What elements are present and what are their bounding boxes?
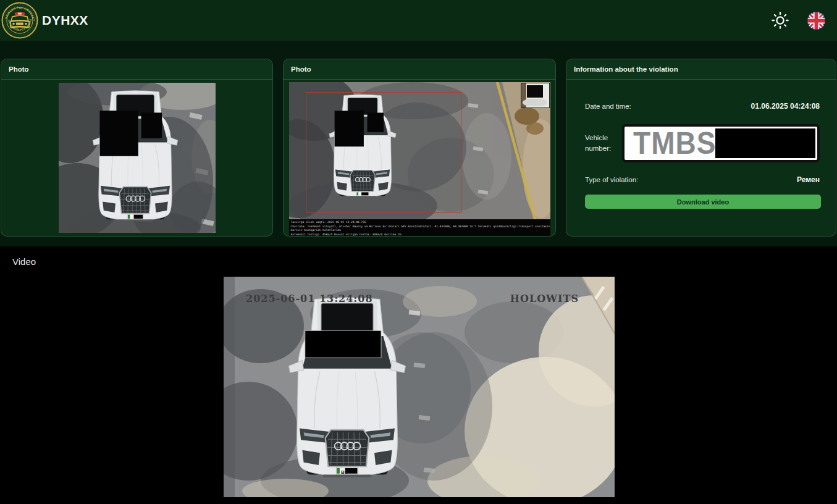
video-section: Video bbox=[0, 246, 837, 504]
app-title: DYHXX bbox=[42, 13, 88, 28]
plate-redaction-box bbox=[715, 128, 815, 158]
plate-prefix-text: TMBS bbox=[633, 125, 716, 161]
agency-logo[interactable]: DÖWLET ÝOL HEREKETI HOWPSUZLYGY KOMITETI bbox=[1, 2, 38, 39]
theme-toggle-button[interactable] bbox=[768, 8, 793, 33]
uk-flag-icon bbox=[807, 11, 826, 30]
photo-closeup-scene bbox=[59, 83, 216, 233]
app-header: DÖWLET ÝOL HEREKETI HOWPSUZLYGY KOMITETI bbox=[0, 0, 837, 41]
video-section-title: Video bbox=[12, 256, 36, 267]
language-switcher[interactable] bbox=[804, 8, 828, 33]
page-top-area: DÖWLET ÝOL HEREKETI HOWPSUZLYGY KOMITETI bbox=[0, 0, 837, 246]
vehicle-number-label: Vehicle number: bbox=[585, 133, 622, 153]
cards-row: Photo bbox=[0, 41, 837, 237]
photo-panel-left: Photo bbox=[1, 59, 273, 237]
detection-bounding-box bbox=[306, 92, 461, 213]
violation-type-label: Type of violation: bbox=[585, 176, 638, 183]
agency-logo-emblem: DÖWLET ÝOL HEREKETI HOWPSUZLYGY KOMITETI bbox=[1, 2, 38, 39]
video-timestamp-overlay: 2025-06-01 13:24:08 bbox=[246, 293, 373, 304]
sun-icon bbox=[770, 10, 790, 30]
date-time-label: Date and time: bbox=[585, 103, 631, 110]
violation-info-panel: Information about the violation Date and… bbox=[566, 59, 836, 237]
plate-crop-thumbnail bbox=[521, 83, 550, 108]
video-player[interactable]: BS 2025-06-01 13:24:08 HOLOWITS bbox=[224, 277, 615, 497]
video-plate-letters: BS bbox=[341, 469, 348, 475]
caption-line: Avtomobil tezligi: 45km/h Ruxsat etilgan… bbox=[291, 233, 549, 237]
photo-caption-overlay: Tasvirga olish vaqti: 2025-06-01 13:24:0… bbox=[289, 219, 550, 237]
photo-left-title: Photo bbox=[1, 59, 272, 80]
license-plate-image: TMBS bbox=[622, 124, 820, 162]
photo-panel-center: Photo bbox=[283, 59, 556, 237]
violation-photo-closeup bbox=[59, 83, 216, 233]
download-video-button[interactable]: Download video bbox=[585, 195, 821, 209]
violation-photo-wide: Tasvirga olish vaqti: 2025-06-01 13:24:0… bbox=[289, 82, 550, 237]
info-panel-title: Information about the violation bbox=[566, 59, 836, 80]
date-time-value: 01.06.2025 04:24:08 bbox=[751, 102, 820, 111]
camera-watermark: HOLOWITS bbox=[510, 293, 579, 304]
video-frame-scene: BS bbox=[224, 277, 615, 497]
photo-center-title: Photo bbox=[284, 59, 555, 80]
violation-type-value: Ремен bbox=[797, 175, 820, 184]
